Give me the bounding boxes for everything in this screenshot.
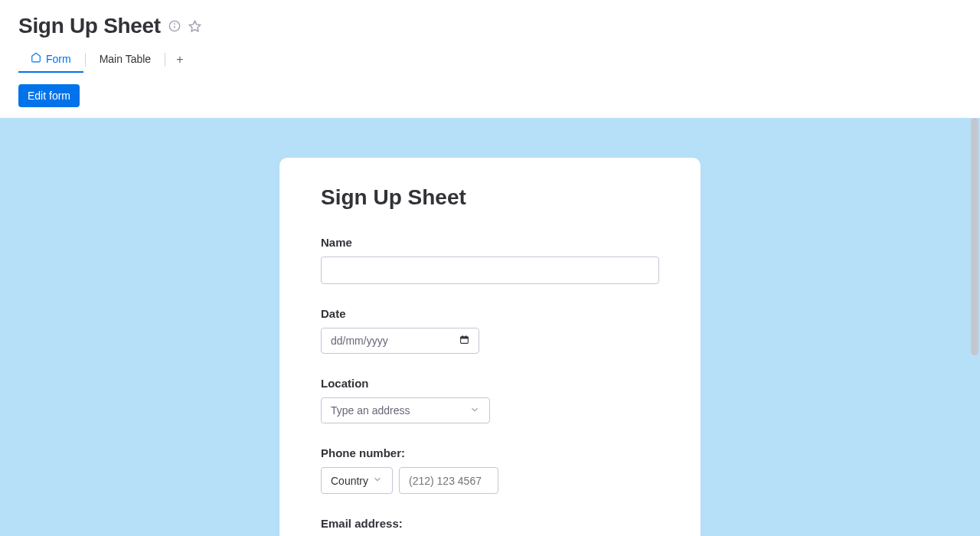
email-label: Email address: xyxy=(321,517,659,530)
form-field-email: Email address: xyxy=(321,517,659,530)
svg-point-2 xyxy=(175,24,175,25)
form-canvas: Sign Up Sheet Name Date dd/mm/yyyy xyxy=(0,118,980,536)
scrollbar-thumb[interactable] xyxy=(971,118,978,355)
location-label: Location xyxy=(321,377,659,390)
form-field-location: Location Type an address xyxy=(321,377,659,423)
phone-label: Phone number: xyxy=(321,446,659,459)
phone-text-input[interactable] xyxy=(409,475,488,487)
chevron-down-icon xyxy=(469,404,480,417)
info-icon[interactable] xyxy=(168,20,181,32)
form-title: Sign Up Sheet xyxy=(321,185,659,210)
name-input[interactable] xyxy=(321,257,659,284)
form-card: Sign Up Sheet Name Date dd/mm/yyyy xyxy=(279,158,701,536)
name-text-input[interactable] xyxy=(331,264,649,276)
tab-main-table-label: Main Table xyxy=(100,53,151,65)
svg-rect-5 xyxy=(461,337,469,339)
tab-divider xyxy=(85,53,86,67)
form-field-date: Date dd/mm/yyyy xyxy=(321,307,659,354)
star-icon[interactable] xyxy=(188,20,201,33)
date-placeholder: dd/mm/yyyy xyxy=(331,335,388,347)
calendar-icon xyxy=(459,335,469,347)
tab-divider xyxy=(165,53,165,67)
location-input[interactable]: Type an address xyxy=(321,397,490,423)
add-tab-button[interactable]: + xyxy=(167,48,192,71)
edit-form-button[interactable]: Edit form xyxy=(18,84,80,107)
date-label: Date xyxy=(321,307,659,320)
home-icon xyxy=(31,52,41,65)
chevron-down-icon xyxy=(372,474,383,487)
phone-number-input[interactable] xyxy=(399,467,498,494)
phone-country-select[interactable]: Country xyxy=(321,467,393,494)
date-input[interactable]: dd/mm/yyyy xyxy=(321,328,479,354)
form-field-name: Name xyxy=(321,236,659,284)
scrollbar[interactable] xyxy=(969,118,980,536)
tab-form-label: Form xyxy=(46,53,71,65)
tab-form[interactable]: Form xyxy=(18,46,83,73)
form-field-phone: Phone number: Country xyxy=(321,446,659,494)
tab-main-table[interactable]: Main Table xyxy=(87,47,163,73)
name-label: Name xyxy=(321,236,659,249)
svg-marker-3 xyxy=(189,21,200,31)
country-placeholder: Country xyxy=(331,475,368,487)
location-placeholder: Type an address xyxy=(331,404,410,417)
page-title: Sign Up Sheet xyxy=(18,14,161,38)
